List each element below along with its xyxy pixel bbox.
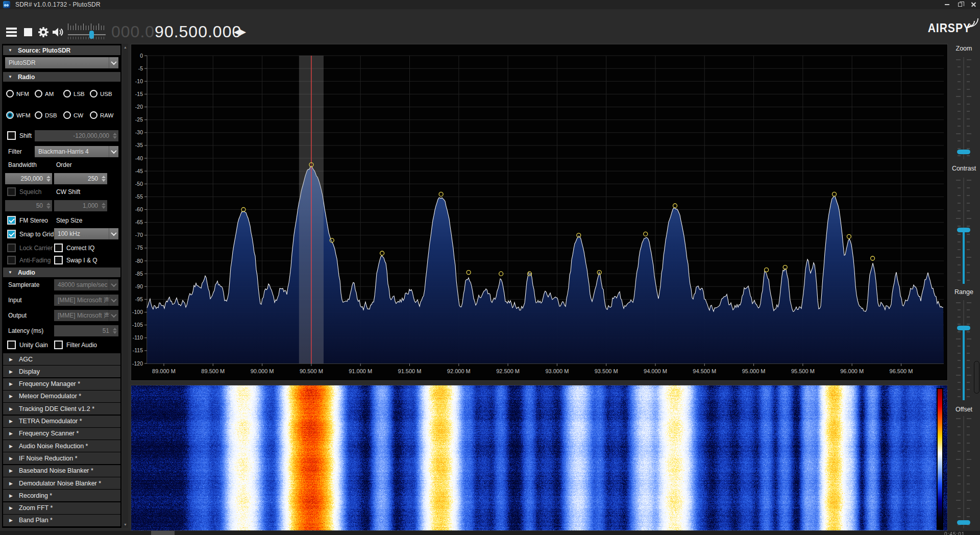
snap-to-grid-checkbox[interactable]	[7, 230, 16, 238]
radio-section-header[interactable]: ▼Radio	[3, 72, 120, 82]
spinner-icon[interactable]	[102, 175, 106, 183]
slider-thumb[interactable]	[957, 228, 970, 232]
sidebar-panel-zoom-fft[interactable]: ▶Zoom FFT *	[3, 502, 120, 514]
mode-radio-wfm[interactable]: WFM	[6, 111, 30, 119]
bottom-scrollbar[interactable]	[0, 531, 980, 535]
order-input[interactable]: 250	[54, 173, 107, 184]
mode-radio-am[interactable]: AM	[35, 90, 54, 98]
latency-input[interactable]: 51	[54, 325, 118, 336]
filter-dropdown[interactable]: Blackman-Harris 4	[35, 146, 118, 157]
range-slider[interactable]	[955, 300, 972, 400]
cw-shift-input[interactable]: 1,000	[54, 200, 107, 211]
zoom-slider[interactable]	[955, 57, 972, 159]
sidebar-panel-audio-noise-reduction[interactable]: ▶Audio Noise Reduction *	[3, 440, 120, 452]
audio-section-header[interactable]: ▼Audio	[3, 268, 120, 277]
close-button[interactable]	[967, 0, 980, 9]
spinner-icon[interactable]	[46, 202, 51, 210]
spinner-icon[interactable]	[46, 175, 51, 183]
slider-thumb[interactable]	[957, 326, 970, 330]
volume-slider[interactable]	[68, 22, 106, 41]
audio-mute-button[interactable]	[52, 26, 65, 39]
offset-slider[interactable]	[955, 416, 972, 528]
sidebar-panel-baseband-noise-blanker[interactable]: ▶Baseband Noise Blanker *	[3, 465, 120, 477]
sidebar-panel-meteor-demodulator[interactable]: ▶Meteor Demodulator *	[3, 391, 120, 402]
correct-iq-checkbox[interactable]	[54, 244, 63, 252]
sidebar-panel-frequency-scanner[interactable]: ▶Frequency Scanner *	[3, 428, 120, 440]
scrollbar-thumb[interactable]	[151, 531, 175, 535]
filter-audio-checkbox[interactable]	[54, 341, 63, 349]
snap-to-grid-label: Snap to Grid	[19, 231, 54, 238]
radio-ring-icon	[6, 111, 14, 119]
svg-text:-5: -5	[138, 65, 143, 71]
sidebar-panel-tetra-demodulator[interactable]: ▶TETRA Demodulator *	[3, 416, 120, 427]
swap-iq-checkbox[interactable]	[54, 256, 63, 264]
samplerate-dropdown[interactable]: 48000 sample/sec	[54, 279, 118, 290]
slider-thumb[interactable]	[957, 520, 970, 525]
restore-button[interactable]	[953, 0, 967, 9]
unity-gain-checkbox[interactable]	[7, 341, 16, 349]
squelch-input[interactable]: 50	[5, 200, 52, 211]
sidebar-panel-display[interactable]: ▶Display	[3, 366, 120, 377]
scroll-up-icon[interactable]: ▲	[122, 45, 128, 49]
frequency-step-arrows[interactable]: ◀▶	[234, 27, 245, 37]
source-section-header[interactable]: ▼Source: PlutoSDR	[3, 45, 120, 55]
minimize-button[interactable]	[940, 0, 953, 9]
spectrum-display[interactable]: 0-5-10-15-20-25-30-35-40-45-50-55-60-65-…	[131, 44, 948, 381]
waterfall-display[interactable]	[131, 385, 948, 531]
mode-radio-nfm[interactable]: NFM	[6, 90, 29, 98]
panel-label: Zoom FFT *	[19, 504, 53, 512]
gear-icon	[37, 26, 50, 38]
anti-fading-checkbox[interactable]	[7, 256, 16, 264]
settings-button[interactable]	[37, 26, 50, 39]
mode-radio-cw[interactable]: CW	[63, 111, 83, 119]
audio-output-dropdown[interactable]: [MME] Microsoft 声	[54, 310, 118, 321]
step-up-icon[interactable]: ▶	[239, 27, 245, 37]
mode-radio-dsb[interactable]: DSB	[35, 111, 57, 119]
sidebar-panel-agc[interactable]: ▶AGC	[3, 353, 120, 365]
step-size-dropdown[interactable]: 100 kHz	[54, 228, 118, 239]
stop-button[interactable]	[21, 26, 35, 39]
menu-button[interactable]	[5, 26, 18, 39]
slider-tick	[967, 249, 970, 250]
fm-stereo-checkbox[interactable]	[7, 216, 16, 225]
shift-checkbox[interactable]	[7, 131, 16, 140]
sidebar-panel-tracking-dde-client-v1-2[interactable]: ▶Tracking DDE Client v1.2 *	[3, 403, 120, 415]
expand-triangle-icon: ▶	[9, 357, 13, 362]
squelch-checkbox[interactable]	[7, 187, 16, 196]
source-device-dropdown[interactable]: PlutoSDR	[5, 57, 118, 68]
audio-input-dropdown[interactable]: [MME] Microsoft 声	[54, 295, 118, 306]
expand-triangle-icon: ▶	[9, 468, 13, 473]
scroll-down-icon[interactable]: ▼	[122, 523, 128, 526]
sidebar-scrollbar[interactable]: ▲ ▼	[122, 44, 128, 528]
sidebar-panel-recording[interactable]: ▶Recording *	[3, 490, 120, 501]
sidebar-panel-band-plan[interactable]: ▶Band Plan *	[3, 515, 120, 526]
slider-tick	[967, 451, 970, 452]
slider-tick	[958, 187, 961, 188]
spinner-icon[interactable]	[102, 202, 106, 210]
waterfall-canvas[interactable]	[131, 385, 947, 530]
spinner-icon[interactable]	[113, 327, 117, 335]
slider-thumb[interactable]	[957, 150, 970, 154]
svg-text:93.000 M: 93.000 M	[545, 368, 569, 374]
mode-radio-usb[interactable]: USB	[90, 90, 112, 98]
mode-radio-lsb[interactable]: LSB	[63, 90, 85, 98]
mode-radio-raw[interactable]: RAW	[90, 111, 113, 119]
slider-tick	[967, 203, 970, 204]
sidebar-panel-demodulator-noise-blanker[interactable]: ▶Demodulator Noise Blanker *	[3, 477, 120, 489]
slider-tick	[967, 367, 970, 368]
spinner-icon[interactable]	[113, 132, 117, 140]
slider-tick	[967, 459, 971, 460]
shift-value-input[interactable]: -120,000,000	[35, 130, 118, 141]
frequency-display[interactable]: 000.090.500.000	[111, 22, 241, 41]
sidebar-panel-frequency-manager[interactable]: ▶Frequency Manager *	[3, 378, 120, 390]
order-label: Order	[56, 161, 72, 168]
spectrum-plot[interactable]: 0-5-10-15-20-25-30-35-40-45-50-55-60-65-…	[131, 44, 947, 380]
collapse-triangle-icon: ▼	[8, 270, 12, 275]
mode-label: LSB	[74, 91, 85, 97]
bandwidth-input[interactable]: 250,000	[5, 173, 52, 184]
slider-label-range: Range	[948, 288, 980, 296]
step-down-icon[interactable]: ◀	[234, 27, 239, 37]
contrast-slider[interactable]	[955, 178, 972, 284]
sidebar-panel-if-noise-reduction[interactable]: ▶IF Noise Reduction *	[3, 452, 120, 464]
lock-carrier-checkbox[interactable]	[7, 244, 16, 252]
